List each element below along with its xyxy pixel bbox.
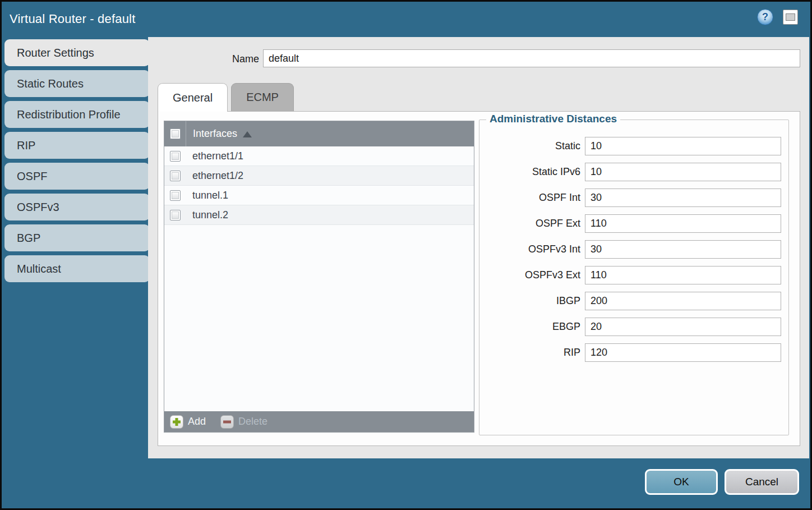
sidebar: Router Settings Static Routes Redistribu… — [4, 39, 150, 286]
delete-button[interactable]: Delete — [220, 415, 267, 429]
sidebar-item-rip[interactable]: RIP — [4, 132, 150, 159]
tab-strip: General ECMP — [158, 83, 294, 111]
ebgp-label: EBGP — [479, 321, 580, 333]
static-ipv6-label: Static IPv6 — [479, 166, 580, 178]
interface-name: ethernet1/2 — [186, 170, 243, 182]
select-all-checkbox[interactable] — [170, 128, 181, 139]
interface-name: ethernet1/1 — [186, 150, 243, 162]
checkbox-face — [172, 130, 179, 137]
row-checkbox-cell — [164, 151, 186, 162]
ibgp-label: IBGP — [479, 295, 580, 307]
checkbox-face — [172, 153, 179, 160]
general-tab-panel: Interfaces ethernet1/1 — [158, 111, 800, 446]
ospf-ext-label: OSPF Ext — [479, 218, 580, 229]
virtual-router-dialog: Virtual Router - default ? Router Settin… — [0, 0, 812, 510]
tab-ecmp[interactable]: ECMP — [231, 83, 294, 111]
ibgp-input[interactable] — [585, 292, 781, 310]
sidebar-item-ospf[interactable]: OSPF — [4, 163, 150, 190]
ospf-int-input[interactable] — [585, 189, 781, 207]
row-checkbox[interactable] — [170, 171, 181, 181]
help-icon[interactable]: ? — [757, 9, 773, 25]
sidebar-item-ospfv3[interactable]: OSPFv3 — [4, 194, 150, 220]
fieldset-legend: Administrative Distances — [486, 113, 620, 125]
row-checkbox[interactable] — [170, 210, 181, 220]
field-row: RIP — [479, 343, 788, 362]
sidebar-item-label: RIP — [17, 139, 35, 152]
interfaces-table-body: ethernet1/1 ethernet1/2 tunnel.1 — [164, 146, 474, 411]
cancel-button[interactable]: Cancel — [725, 469, 799, 495]
ospfv3-int-input[interactable] — [585, 240, 781, 259]
ospf-int-label: OSPF Int — [479, 192, 580, 204]
name-label: Name — [148, 53, 259, 65]
column-header-label: Interfaces — [193, 128, 237, 140]
ospf-ext-input[interactable] — [585, 214, 781, 233]
delete-button-label: Delete — [238, 416, 267, 428]
sidebar-item-label: Redistribution Profile — [17, 108, 121, 121]
add-button[interactable]: Add — [170, 415, 206, 429]
dialog-titlebar: Virtual Router - default ? — [2, 2, 810, 37]
static-label: Static — [479, 140, 580, 152]
rip-input[interactable] — [585, 343, 781, 362]
field-row: OSPFv3 Ext — [479, 266, 788, 284]
table-row[interactable]: ethernet1/1 — [164, 146, 474, 166]
interfaces-table-footer: Add Delete — [164, 411, 474, 432]
field-row: OSPF Ext — [479, 214, 788, 233]
static-input[interactable] — [585, 137, 781, 155]
checkbox-face — [172, 192, 179, 199]
field-row: Static IPv6 — [479, 163, 788, 181]
table-row[interactable]: ethernet1/2 — [164, 166, 474, 186]
interfaces-table-header[interactable]: Interfaces — [164, 121, 474, 146]
ospfv3-int-label: OSPFv3 Int — [479, 243, 580, 255]
interface-name: tunnel.1 — [186, 190, 228, 201]
delete-minus-icon — [220, 415, 234, 429]
field-row: Static — [479, 137, 788, 155]
name-input[interactable] — [263, 49, 800, 67]
ok-button[interactable]: OK — [645, 469, 718, 495]
table-row[interactable]: tunnel.1 — [164, 186, 474, 205]
tab-label: General — [173, 91, 213, 104]
ebgp-input[interactable] — [585, 318, 781, 336]
sidebar-item-label: Multicast — [17, 263, 61, 275]
row-checkbox-cell — [164, 210, 186, 220]
ospfv3-ext-label: OSPFv3 Ext — [479, 269, 580, 281]
tab-label: ECMP — [246, 91, 279, 104]
maximize-icon-glyph — [786, 13, 795, 21]
sort-ascending-icon — [243, 131, 252, 137]
row-checkbox-cell — [164, 190, 186, 201]
checkbox-face — [172, 212, 179, 219]
content-area: Name General ECMP Interfaces — [148, 37, 809, 458]
table-row[interactable]: tunnel.2 — [164, 205, 474, 225]
field-row: EBGP — [479, 318, 788, 336]
sidebar-item-label: Router Settings — [17, 47, 94, 59]
field-row: IBGP — [479, 292, 788, 310]
interfaces-column-header[interactable]: Interfaces — [186, 121, 474, 146]
add-plus-icon — [170, 415, 183, 429]
ospfv3-ext-input[interactable] — [585, 266, 781, 284]
interface-name: tunnel.2 — [186, 209, 228, 221]
administrative-distances-fieldset: Administrative Distances Static Static I… — [479, 120, 789, 435]
field-row: OSPFv3 Int — [479, 240, 788, 259]
sidebar-item-bgp[interactable]: BGP — [4, 224, 150, 251]
row-checkbox-cell — [164, 171, 186, 181]
sidebar-item-label: OSPFv3 — [17, 201, 59, 214]
tab-general[interactable]: General — [158, 83, 228, 112]
checkbox-face — [172, 172, 179, 180]
sidebar-item-redistribution-profile[interactable]: Redistribution Profile — [4, 101, 150, 128]
help-glyph: ? — [762, 11, 768, 23]
row-checkbox[interactable] — [170, 151, 181, 162]
interfaces-table: Interfaces ethernet1/1 — [164, 121, 474, 433]
static-ipv6-input[interactable] — [585, 163, 781, 181]
maximize-icon[interactable] — [783, 10, 798, 25]
header-checkbox-cell — [164, 128, 186, 139]
row-checkbox[interactable] — [170, 190, 181, 201]
fieldset-rows: Static Static IPv6 OSPF Int OSPF Ext — [479, 137, 788, 369]
sidebar-item-static-routes[interactable]: Static Routes — [4, 70, 150, 97]
sidebar-item-multicast[interactable]: Multicast — [4, 255, 150, 282]
sidebar-item-label: OSPF — [17, 170, 47, 183]
rip-label: RIP — [479, 347, 580, 359]
add-button-label: Add — [188, 416, 206, 428]
sidebar-item-label: Static Routes — [17, 77, 84, 90]
sidebar-item-label: BGP — [17, 232, 40, 245]
field-row: OSPF Int — [479, 189, 788, 207]
sidebar-item-router-settings[interactable]: Router Settings — [4, 39, 150, 66]
